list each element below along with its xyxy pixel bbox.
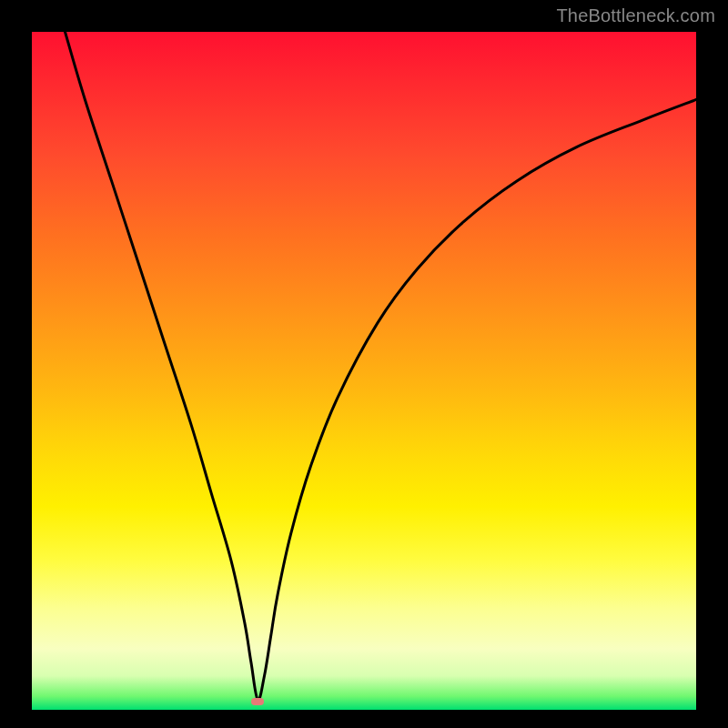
curve-svg	[32, 32, 696, 710]
watermark-text: TheBottleneck.com	[556, 5, 715, 26]
plot-area	[32, 32, 696, 710]
bottleneck-curve	[66, 32, 697, 700]
minimum-marker	[251, 698, 264, 705]
chart-container: TheBottleneck.com	[0, 0, 728, 728]
